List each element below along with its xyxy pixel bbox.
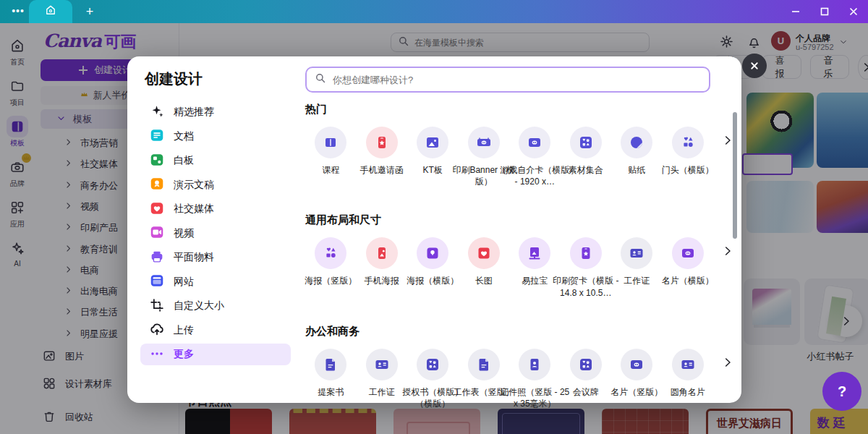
wallet-icon bbox=[519, 127, 550, 158]
design-type-menu: 精选推荐文档白板演示文稿社交媒体视频平面物料网站自定义大小上传更多 bbox=[140, 101, 291, 365]
phone-image-icon bbox=[366, 237, 398, 269]
modal-section-通用布局和尺寸: 通用布局和尺寸海报（竖版）手机海报海报（横版）长图易拉宝印刷贺卡（横版 - 14… bbox=[305, 213, 725, 298]
sticker-icon bbox=[621, 127, 652, 158]
section-next-button[interactable] bbox=[722, 135, 733, 149]
design-menu-item-白板[interactable]: 白板 bbox=[140, 150, 291, 171]
modal-search-bar[interactable] bbox=[305, 67, 710, 93]
sparkle-icon bbox=[149, 103, 165, 122]
website-icon bbox=[149, 273, 165, 291]
modal-section-办公和商务: 办公和商务提案书工作证授权书（横版）（横版）工作表（竖版）证件照（竖版 - 25… bbox=[305, 325, 725, 409]
design-type-提案书[interactable]: 提案书 bbox=[305, 349, 357, 409]
browser-menu-dots-icon[interactable]: ••• bbox=[7, 4, 29, 19]
card-star-icon bbox=[570, 237, 602, 269]
doc-fold-icon bbox=[315, 349, 346, 380]
modal-scrollbar[interactable] bbox=[733, 112, 737, 239]
modal-search-input[interactable] bbox=[333, 75, 680, 85]
design-menu-item-社交媒体[interactable]: 社交媒体 bbox=[140, 198, 291, 220]
phone-star-icon bbox=[366, 127, 398, 158]
image-icon bbox=[417, 127, 448, 158]
banner-icon bbox=[468, 127, 500, 158]
presentation-icon bbox=[149, 176, 165, 194]
modal-section-热门: 热门课程手机邀请函KT板印刷Banner（横版）游戏自介卡（横版 - 1920 … bbox=[305, 103, 725, 187]
grid-shapes-icon bbox=[417, 349, 448, 380]
design-type-游戏自介卡（横版 - 1920 x…[interactable]: 游戏自介卡（横版 - 1920 x… bbox=[509, 127, 561, 187]
id-card-icon bbox=[621, 237, 652, 269]
design-type-手机邀请函[interactable]: 手机邀请函 bbox=[357, 127, 408, 187]
design-menu-item-视频[interactable]: 视频 bbox=[140, 223, 291, 244]
wallet-icon bbox=[672, 237, 704, 269]
design-menu-item-演示文稿[interactable]: 演示文稿 bbox=[140, 174, 291, 196]
minimize-button[interactable] bbox=[781, 0, 810, 23]
person-card-icon bbox=[519, 349, 550, 380]
more-icon bbox=[149, 346, 165, 364]
design-type-手机海报[interactable]: 手机海报 bbox=[357, 237, 408, 298]
app-window: ••• + 首页项目模板品牌应用AI Canva 可画 创建设计 新人半价 模板… bbox=[0, 0, 868, 434]
design-type-工作证[interactable]: 工作证 bbox=[611, 237, 663, 298]
design-type-长图[interactable]: 长图 bbox=[459, 237, 510, 298]
design-type-名片（竖版）[interactable]: 名片（竖版） bbox=[611, 349, 663, 409]
design-menu-item-平面物料[interactable]: 平面物料 bbox=[140, 247, 291, 268]
heart-square-icon bbox=[468, 237, 500, 269]
new-tab-button[interactable]: + bbox=[81, 3, 98, 20]
upload-icon bbox=[149, 321, 165, 339]
design-menu-item-上传[interactable]: 上传 bbox=[140, 320, 291, 341]
home-tab-icon bbox=[44, 4, 57, 20]
design-menu-item-精选推荐[interactable]: 精选推荐 bbox=[140, 101, 291, 123]
section-title: 热门 bbox=[305, 103, 725, 116]
design-type-贴纸[interactable]: 贴纸 bbox=[611, 127, 663, 187]
section-next-button[interactable] bbox=[722, 357, 733, 371]
id-card-icon bbox=[672, 349, 704, 380]
design-type-授权书（横版）（横版）[interactable]: 授权书（横版）（横版） bbox=[407, 349, 459, 409]
book-icon bbox=[315, 127, 346, 158]
social-icon bbox=[149, 200, 165, 218]
titlebar: ••• + bbox=[0, 0, 868, 23]
design-menu-item-自定义大小[interactable]: 自定义大小 bbox=[140, 295, 291, 317]
shapes-icon bbox=[315, 237, 346, 269]
modal-content: 热门课程手机邀请函KT板印刷Banner（横版）游戏自介卡（横版 - 1920 … bbox=[305, 103, 725, 434]
whiteboard-icon bbox=[149, 152, 165, 170]
resize-icon bbox=[149, 297, 165, 315]
design-menu-item-更多[interactable]: 更多 bbox=[140, 344, 291, 365]
modal-title: 创建设计 bbox=[145, 69, 203, 89]
design-type-门头（横版）[interactable]: 门头（横版） bbox=[663, 127, 714, 187]
section-title: 办公和商务 bbox=[305, 325, 725, 339]
maximize-button[interactable] bbox=[810, 0, 839, 23]
section-title: 通用布局和尺寸 bbox=[305, 213, 725, 227]
active-tab[interactable] bbox=[29, 0, 72, 23]
help-button[interactable]: ? bbox=[822, 372, 861, 411]
design-type-名片（横版）[interactable]: 名片（横版） bbox=[663, 237, 714, 298]
doc-fold-icon bbox=[468, 349, 500, 380]
design-type-圆角名片[interactable]: 圆角名片 bbox=[663, 349, 714, 409]
grid-shapes-icon bbox=[570, 127, 602, 158]
grid-shapes-icon bbox=[570, 349, 602, 380]
close-window-button[interactable] bbox=[839, 0, 868, 23]
id-card-icon bbox=[366, 349, 398, 380]
design-type-证件照（竖版 - 25 x 35毫米）[interactable]: 证件照（竖版 - 25 x 35毫米） bbox=[509, 349, 561, 409]
design-menu-item-文档[interactable]: 文档 bbox=[140, 126, 291, 148]
design-type-海报（竖版）[interactable]: 海报（竖版） bbox=[305, 237, 357, 298]
design-type-会议牌[interactable]: 会议牌 bbox=[561, 349, 612, 409]
design-type-课程[interactable]: 课程 bbox=[305, 127, 357, 187]
rollup-icon bbox=[519, 237, 550, 269]
wallet-icon bbox=[621, 349, 652, 380]
section-next-button[interactable] bbox=[722, 245, 733, 260]
search-icon bbox=[314, 72, 327, 88]
print-icon bbox=[149, 249, 165, 267]
create-design-modal: 创建设计 精选推荐文档白板演示文稿社交媒体视频平面物料网站自定义大小上传更多 热… bbox=[127, 56, 741, 403]
design-type-海报（横版）[interactable]: 海报（横版） bbox=[407, 237, 459, 298]
modal-close-button[interactable] bbox=[742, 54, 767, 78]
video-icon bbox=[149, 224, 165, 242]
shapes-icon bbox=[672, 127, 704, 158]
doc-icon bbox=[149, 127, 165, 145]
design-type-印刷贺卡（横版 - 14.8 x 10.5…[interactable]: 印刷贺卡（横版 - 14.8 x 10.5… bbox=[561, 237, 612, 298]
design-type-素材集合[interactable]: 素材集合 bbox=[561, 127, 612, 187]
design-menu-item-网站[interactable]: 网站 bbox=[140, 271, 291, 293]
lock-square-icon bbox=[417, 237, 448, 269]
